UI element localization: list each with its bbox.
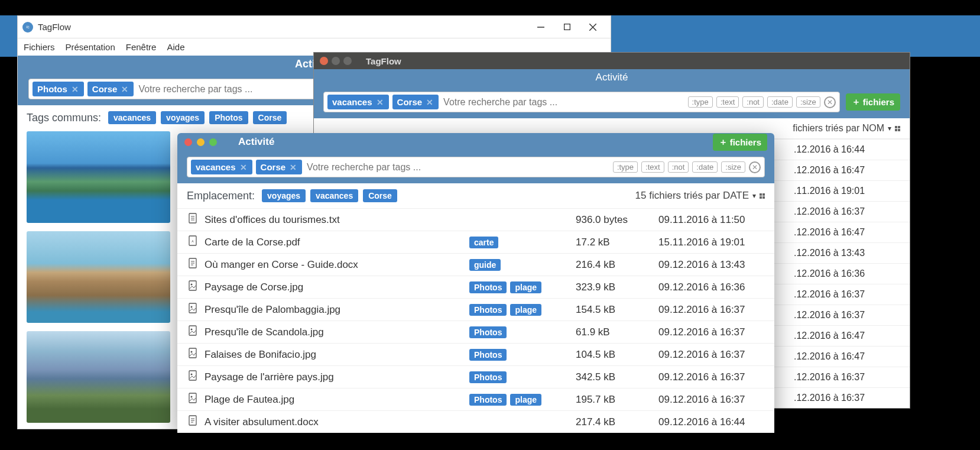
photo-thumbnail[interactable] <box>27 231 170 323</box>
maximize-button[interactable] <box>209 138 217 146</box>
location-label: Emplacement: <box>187 190 255 202</box>
remove-tag-icon[interactable]: ✕ <box>376 98 384 106</box>
close-button[interactable] <box>320 57 328 65</box>
file-tag[interactable]: plage <box>510 281 541 293</box>
status-text: fichiers triés par NOM <box>793 123 884 134</box>
view-grid-icon[interactable] <box>895 126 900 131</box>
close-button[interactable] <box>184 138 192 146</box>
tag-chip-corse[interactable]: Corse ✕ <box>256 160 303 174</box>
sort-chevron-icon[interactable]: ▾ <box>752 192 756 200</box>
file-tag[interactable]: Photos <box>469 371 507 383</box>
maximize-button[interactable] <box>554 18 580 36</box>
location-tag[interactable]: Corse <box>363 189 397 202</box>
file-row[interactable]: Plage de Fautea.jpgPhotosplage195.7 kB09… <box>177 388 774 410</box>
file-tags: Photosplage <box>469 281 570 293</box>
window-title: TagFlow <box>38 22 528 32</box>
hint-not[interactable]: :not <box>668 161 689 173</box>
location-tag[interactable]: voyages <box>262 189 306 202</box>
file-row[interactable]: A visiter absulument.docx217.4 kB09.12.2… <box>177 410 774 433</box>
hint-date[interactable]: :date <box>767 96 793 108</box>
file-date: .12.2016 à 16:36 <box>794 268 900 279</box>
file-tag[interactable]: plage <box>510 304 541 316</box>
hint-not[interactable]: :not <box>742 96 764 108</box>
clear-search-icon[interactable]: ✕ <box>749 161 761 173</box>
hint-text[interactable]: :text <box>641 161 664 173</box>
add-files-button[interactable]: ＋ fichiers <box>713 134 767 151</box>
menu-fichiers[interactable]: Fichiers <box>24 42 55 52</box>
file-tag[interactable]: Photos <box>469 304 507 316</box>
location-tag[interactable]: vacances <box>310 189 358 202</box>
file-tag[interactable]: Photos <box>469 349 507 361</box>
remove-tag-icon[interactable]: ✕ <box>121 85 129 93</box>
minimize-button[interactable] <box>197 138 205 146</box>
file-size: 216.4 kB <box>576 259 653 271</box>
window-mac: Activité ＋ fichiers vacances ✕ Corse ✕ :… <box>177 133 774 433</box>
commun-tag[interactable]: Corse <box>253 111 287 124</box>
tag-chip-corse[interactable]: Corse ✕ <box>87 82 134 96</box>
hint-type[interactable]: :type <box>613 161 638 173</box>
file-name: A visiter absulument.docx <box>205 416 463 428</box>
tag-chip-photos[interactable]: Photos ✕ <box>33 82 84 96</box>
file-date: 09.12.2016 à 16:44 <box>658 416 765 428</box>
photo-thumbnail[interactable] <box>27 131 170 223</box>
photo-thumbnail[interactable] <box>27 331 170 423</box>
file-tag[interactable]: plage <box>510 394 541 406</box>
titlebar: TagFlow <box>314 53 910 69</box>
remove-tag-icon[interactable]: ✕ <box>289 163 297 171</box>
file-tag[interactable]: guide <box>469 259 501 271</box>
file-row[interactable]: Où manger en Corse - Guide.docxguide216.… <box>177 253 774 276</box>
file-icon: A <box>187 235 199 249</box>
file-size: 195.7 kB <box>576 394 653 406</box>
file-name: Carte de la Corse.pdf <box>205 237 463 248</box>
file-row[interactable]: Sites d'offices du tourismes.txt936.0 by… <box>177 208 774 231</box>
commun-tag[interactable]: vacances <box>108 111 156 124</box>
hint-date[interactable]: :date <box>692 161 718 173</box>
minimize-button[interactable] <box>332 57 340 65</box>
commun-tag[interactable]: voyages <box>161 111 205 124</box>
file-row[interactable]: Falaises de Bonifacio.jpgPhotos104.5 kB0… <box>177 343 774 365</box>
file-size: 323.9 kB <box>576 281 653 293</box>
tag-chip-vacances[interactable]: vacances ✕ <box>327 95 389 109</box>
remove-tag-icon[interactable]: ✕ <box>71 85 79 93</box>
file-tag[interactable]: Photos <box>469 281 507 293</box>
menu-fenetre[interactable]: Fenêtre <box>126 42 157 52</box>
hint-type[interactable]: :type <box>688 96 713 108</box>
minimize-button[interactable] <box>528 18 554 36</box>
file-row[interactable]: ACarte de la Corse.pdfcarte17.2 kB15.11.… <box>177 231 774 253</box>
view-grid-icon[interactable] <box>760 193 765 199</box>
file-date: 09.12.2016 à 16:37 <box>658 349 765 361</box>
maximize-button[interactable] <box>343 57 352 65</box>
tag-label: vacances <box>196 162 236 172</box>
menu-presentation[interactable]: Présentation <box>66 42 115 52</box>
search-bar: vacances ✕ Corse ✕ :type :text :not :dat… <box>177 151 774 183</box>
tag-chip-vacances[interactable]: vacances ✕ <box>191 160 252 174</box>
add-files-button[interactable]: ＋ fichiers <box>846 93 900 111</box>
commun-tag[interactable]: Photos <box>209 111 248 124</box>
sort-chevron-icon[interactable]: ▾ <box>888 124 891 132</box>
file-tag[interactable]: Photos <box>469 326 507 338</box>
file-date: .12.2016 à 16:37 <box>794 310 900 320</box>
file-row[interactable]: Paysage de Corse.jpgPhotosplage323.9 kB0… <box>177 276 774 298</box>
tag-chip-corse[interactable]: Corse ✕ <box>392 95 439 109</box>
file-row[interactable]: Presqu'île de Scandola.jpgPhotos61.9 kB0… <box>177 320 774 343</box>
file-date: .12.2016 à 16:37 <box>794 393 900 403</box>
window-title: TagFlow <box>366 56 401 66</box>
remove-tag-icon[interactable]: ✕ <box>239 163 248 171</box>
hint-size[interactable]: :size <box>796 96 820 108</box>
file-row[interactable]: Paysage de l'arrière pays.jpgPhotos342.5… <box>177 365 774 388</box>
search-input[interactable] <box>306 161 609 174</box>
file-date: .12.2016 à 16:47 <box>794 331 900 341</box>
menu-aide[interactable]: Aide <box>167 42 184 52</box>
file-row[interactable]: Presqu'île de Palombaggia.jpgPhotosplage… <box>177 298 774 320</box>
hint-text[interactable]: :text <box>716 96 739 108</box>
file-tag[interactable]: carte <box>469 237 498 248</box>
svg-point-25 <box>191 396 193 398</box>
remove-tag-icon[interactable]: ✕ <box>426 98 434 106</box>
close-button[interactable] <box>580 18 606 36</box>
file-name: Presqu'île de Palombaggia.jpg <box>205 304 463 316</box>
clear-search-icon[interactable]: ✕ <box>824 96 836 108</box>
app-icon: ≈ <box>22 22 33 33</box>
file-tag[interactable]: Photos <box>469 394 507 406</box>
hint-size[interactable]: :size <box>721 161 745 173</box>
search-input[interactable] <box>442 96 684 109</box>
